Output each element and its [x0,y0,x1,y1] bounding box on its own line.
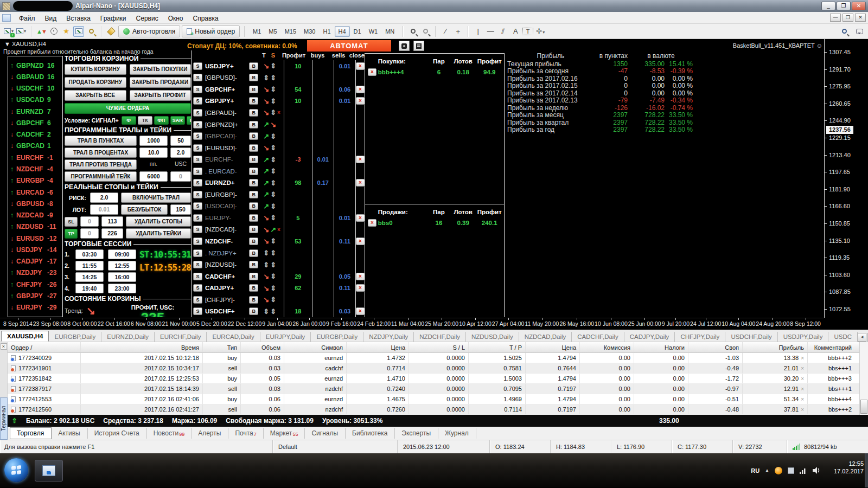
automat-aux-icon-1[interactable] [399,41,410,51]
chart-tab[interactable]: NZDJPY,Daily [363,332,414,342]
tp-tag[interactable]: TP [65,229,78,239]
sell-pair-button[interactable]: S [193,86,202,93]
new-chart-icon[interactable]: +▾ [3,26,14,37]
automat-button[interactable]: АВТОМАТ [307,40,391,52]
order-row[interactable]: 1772341901 2017.02.15 10:34:17 sell 0.03… [8,363,859,374]
restore-button[interactable]: ❐ [837,2,851,10]
buy-pair-button[interactable]: B [249,144,258,152]
terminal-tab[interactable]: Маркет55 [264,428,305,439]
buy-pair-button[interactable]: B [249,214,258,222]
buy-pair-button[interactable]: B [249,168,258,175]
orders-column-header[interactable]: Цена [526,342,580,352]
buy-pair-button[interactable]: B [249,86,258,93]
timeframe-button[interactable]: M30 [300,26,319,37]
tral-percent-button[interactable]: ТРАЛ В ПРОЦЕНТАХ [65,147,137,158]
chart-tab[interactable]: NZDCHF,Daily [414,332,466,342]
sell-pair-button[interactable]: S [193,202,202,210]
terminal-tab[interactable]: Библиотека [346,428,395,439]
session-from-field[interactable]: 14:25 [75,272,104,282]
orders-column-header[interactable]: Налоги [634,342,688,352]
close-basket-button[interactable]: × [368,219,376,227]
sl-tag[interactable]: SL [65,217,78,227]
session-to-field[interactable]: 16:00 [108,272,136,282]
menu-item[interactable]: Вид [40,14,62,23]
terminal-tab[interactable]: Почта7 [228,428,263,439]
order-row[interactable]: 1772340029 2017.02.15 10:12:18 buy 0.03 … [8,353,859,363]
buy-pair-button[interactable]: B [249,307,258,315]
buy-pair-button[interactable]: B [249,156,258,163]
autotrading-button[interactable]: Авто-торговля [118,25,180,37]
terminal-tab[interactable]: Торговля [10,427,52,439]
styler-icon[interactable] [106,26,117,37]
terminal-tab[interactable]: Эксперты [395,428,438,439]
close-pair-button[interactable]: × [356,97,365,105]
session-from-field[interactable]: 19:40 [75,284,104,293]
chart-tab[interactable]: EURJPY,Daily [260,332,311,342]
sell-pair-button[interactable]: S [193,237,202,245]
buy-pair-button[interactable]: B [249,273,258,280]
sell-pair-button[interactable]: S [193,132,202,140]
chart-tab[interactable]: CADCHF,Daily [572,332,624,342]
status-profile[interactable]: Default [272,440,397,453]
tral-points-button[interactable]: ТРАЛ В ПУНКТАХ [65,136,137,146]
signal-toggle[interactable]: SAR [170,116,185,125]
terminal-icon[interactable] [73,26,84,37]
timeframe-button[interactable]: H1 [319,26,334,37]
order-close-x-icon[interactable]: × [801,407,804,413]
timeframe-button[interactable]: H4 [335,26,350,37]
vline-tool-icon[interactable]: | [473,27,483,35]
chart-tab[interactable]: CHFJPY,Daily [675,332,725,342]
buy-pair-button[interactable]: B [249,109,258,117]
tral-points-field-1[interactable]: 1000 [139,136,168,146]
buy-pair-button[interactable]: B [249,97,258,105]
tray-action-center-icon[interactable] [788,467,794,474]
buy-pair-button[interactable]: B [249,261,258,268]
order-row[interactable]: 1772412553 2017.02.16 02:41:06 buy 0.06 … [8,394,859,404]
session-to-field[interactable]: 09:00 [108,249,136,259]
signal-toggle[interactable]: ТК [138,116,152,125]
minimize-button[interactable]: _ [821,2,835,10]
sell-pair-button[interactable]: S [193,109,202,117]
close-pair-button[interactable]: × [356,62,365,70]
tray-expand-icon[interactable]: ▲ [765,468,769,473]
buy-pair-button[interactable]: B [249,121,258,129]
orders-column-header[interactable]: S / L [409,342,469,352]
buy-pair-button[interactable]: B [249,296,258,304]
sell-pair-button[interactable]: S [193,273,202,280]
chart-tab[interactable]: EURNZD,Daily [101,332,155,342]
chart-tab[interactable]: USDC [828,332,858,342]
tral-counter-button[interactable]: ТРАЛ ПРОТИВ ТРЕНДА [65,159,137,170]
buy-pair-button[interactable]: B [249,62,258,70]
sl-field-2[interactable]: 113 [101,216,123,227]
chart-tab[interactable]: NZDCAD,Daily [519,332,572,342]
buy-pair-button[interactable]: B [249,202,258,210]
order-close-x-icon[interactable]: × [801,396,804,402]
sell-pair-button[interactable]: S [193,97,202,105]
timeframe-button[interactable]: D1 [350,26,365,37]
close-pair-button[interactable]: × [356,284,365,292]
sell-pair-button[interactable]: S [193,156,202,163]
sell-pair-button[interactable]: S [193,144,202,152]
orders-column-header[interactable]: T / P [469,342,526,352]
tral-percent-field-1[interactable]: 10.0 [139,147,168,158]
search-icon[interactable] [839,26,850,37]
profiles-icon[interactable]: ▾ [16,26,27,37]
buy-pair-button[interactable]: B [249,74,258,81]
menu-item[interactable]: Файл [14,14,40,23]
timeframe-button[interactable]: M1 [249,26,265,37]
chart-tab[interactable]: CADJPY,Daily [624,332,675,342]
terminal-tab[interactable]: Активы [52,428,88,439]
strategy-tester-icon[interactable] [86,26,97,37]
close-pair-button[interactable]: × [356,214,365,222]
terminal-tab[interactable]: История Счета [88,428,147,439]
tp-field-2[interactable]: 226 [101,228,123,239]
navigator-icon[interactable]: ★ [61,26,72,37]
start-button[interactable] [4,458,28,482]
chart-tab[interactable]: USDCHF,Daily [725,332,777,342]
new-order-button[interactable]: Новый ордер [182,25,240,37]
close-buys-button[interactable]: ЗАКРЫТЬ ПОКУПКИ [130,64,192,75]
close-sells-button[interactable]: ЗАКРЫТЬ ПРОДАЖИ [130,77,192,88]
zoom-in-icon[interactable] [407,26,418,37]
taskbar-app-button[interactable] [35,460,63,481]
network-icon[interactable] [800,467,807,474]
